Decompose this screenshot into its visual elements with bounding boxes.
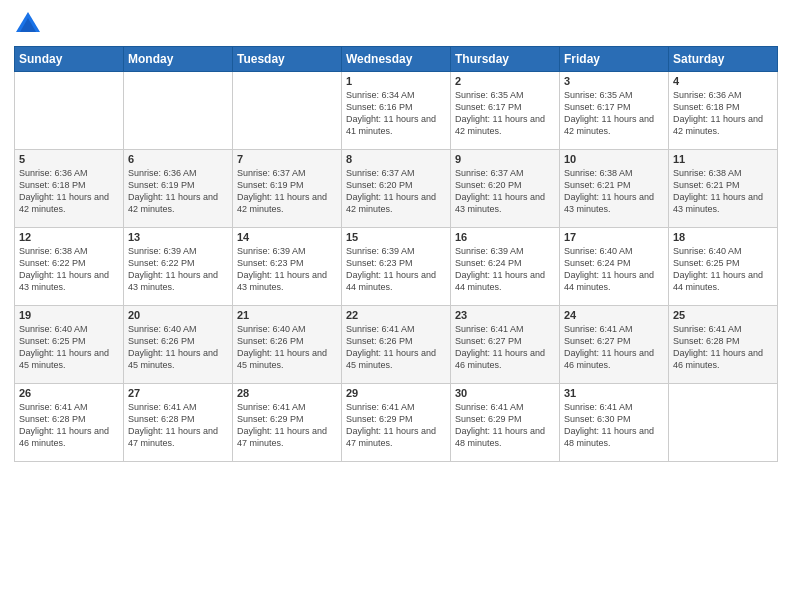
day-number: 2 (455, 75, 555, 87)
day-info: Sunrise: 6:40 AM Sunset: 6:26 PM Dayligh… (237, 323, 337, 372)
day-cell (233, 72, 342, 150)
weekday-sunday: Sunday (15, 47, 124, 72)
day-info: Sunrise: 6:40 AM Sunset: 6:25 PM Dayligh… (19, 323, 119, 372)
day-cell: 15Sunrise: 6:39 AM Sunset: 6:23 PM Dayli… (342, 228, 451, 306)
day-info: Sunrise: 6:37 AM Sunset: 6:20 PM Dayligh… (346, 167, 446, 216)
weekday-tuesday: Tuesday (233, 47, 342, 72)
day-info: Sunrise: 6:41 AM Sunset: 6:27 PM Dayligh… (564, 323, 664, 372)
day-number: 12 (19, 231, 119, 243)
day-cell: 4Sunrise: 6:36 AM Sunset: 6:18 PM Daylig… (669, 72, 778, 150)
day-cell: 29Sunrise: 6:41 AM Sunset: 6:29 PM Dayli… (342, 384, 451, 462)
day-number: 4 (673, 75, 773, 87)
day-info: Sunrise: 6:40 AM Sunset: 6:26 PM Dayligh… (128, 323, 228, 372)
day-cell: 31Sunrise: 6:41 AM Sunset: 6:30 PM Dayli… (560, 384, 669, 462)
day-number: 7 (237, 153, 337, 165)
day-cell: 21Sunrise: 6:40 AM Sunset: 6:26 PM Dayli… (233, 306, 342, 384)
day-info: Sunrise: 6:41 AM Sunset: 6:26 PM Dayligh… (346, 323, 446, 372)
week-row-4: 19Sunrise: 6:40 AM Sunset: 6:25 PM Dayli… (15, 306, 778, 384)
day-info: Sunrise: 6:40 AM Sunset: 6:25 PM Dayligh… (673, 245, 773, 294)
day-info: Sunrise: 6:40 AM Sunset: 6:24 PM Dayligh… (564, 245, 664, 294)
day-number: 5 (19, 153, 119, 165)
day-info: Sunrise: 6:41 AM Sunset: 6:29 PM Dayligh… (455, 401, 555, 450)
day-number: 29 (346, 387, 446, 399)
weekday-saturday: Saturday (669, 47, 778, 72)
day-info: Sunrise: 6:41 AM Sunset: 6:28 PM Dayligh… (19, 401, 119, 450)
day-info: Sunrise: 6:38 AM Sunset: 6:21 PM Dayligh… (564, 167, 664, 216)
weekday-monday: Monday (124, 47, 233, 72)
day-number: 22 (346, 309, 446, 321)
header (14, 10, 778, 38)
day-number: 25 (673, 309, 773, 321)
day-number: 21 (237, 309, 337, 321)
day-cell: 25Sunrise: 6:41 AM Sunset: 6:28 PM Dayli… (669, 306, 778, 384)
day-number: 23 (455, 309, 555, 321)
day-cell: 30Sunrise: 6:41 AM Sunset: 6:29 PM Dayli… (451, 384, 560, 462)
week-row-3: 12Sunrise: 6:38 AM Sunset: 6:22 PM Dayli… (15, 228, 778, 306)
day-number: 20 (128, 309, 228, 321)
weekday-wednesday: Wednesday (342, 47, 451, 72)
day-cell: 2Sunrise: 6:35 AM Sunset: 6:17 PM Daylig… (451, 72, 560, 150)
day-number: 17 (564, 231, 664, 243)
day-info: Sunrise: 6:36 AM Sunset: 6:18 PM Dayligh… (19, 167, 119, 216)
day-cell: 5Sunrise: 6:36 AM Sunset: 6:18 PM Daylig… (15, 150, 124, 228)
day-info: Sunrise: 6:36 AM Sunset: 6:19 PM Dayligh… (128, 167, 228, 216)
day-cell: 14Sunrise: 6:39 AM Sunset: 6:23 PM Dayli… (233, 228, 342, 306)
day-info: Sunrise: 6:39 AM Sunset: 6:23 PM Dayligh… (346, 245, 446, 294)
day-cell: 20Sunrise: 6:40 AM Sunset: 6:26 PM Dayli… (124, 306, 233, 384)
weekday-thursday: Thursday (451, 47, 560, 72)
day-number: 8 (346, 153, 446, 165)
day-cell: 12Sunrise: 6:38 AM Sunset: 6:22 PM Dayli… (15, 228, 124, 306)
day-info: Sunrise: 6:39 AM Sunset: 6:22 PM Dayligh… (128, 245, 228, 294)
day-cell: 10Sunrise: 6:38 AM Sunset: 6:21 PM Dayli… (560, 150, 669, 228)
day-cell (124, 72, 233, 150)
week-row-2: 5Sunrise: 6:36 AM Sunset: 6:18 PM Daylig… (15, 150, 778, 228)
day-info: Sunrise: 6:41 AM Sunset: 6:30 PM Dayligh… (564, 401, 664, 450)
week-row-5: 26Sunrise: 6:41 AM Sunset: 6:28 PM Dayli… (15, 384, 778, 462)
day-cell: 9Sunrise: 6:37 AM Sunset: 6:20 PM Daylig… (451, 150, 560, 228)
day-info: Sunrise: 6:34 AM Sunset: 6:16 PM Dayligh… (346, 89, 446, 138)
logo (14, 10, 46, 38)
day-info: Sunrise: 6:37 AM Sunset: 6:19 PM Dayligh… (237, 167, 337, 216)
day-info: Sunrise: 6:35 AM Sunset: 6:17 PM Dayligh… (564, 89, 664, 138)
weekday-friday: Friday (560, 47, 669, 72)
day-number: 30 (455, 387, 555, 399)
day-cell: 26Sunrise: 6:41 AM Sunset: 6:28 PM Dayli… (15, 384, 124, 462)
day-number: 14 (237, 231, 337, 243)
day-info: Sunrise: 6:41 AM Sunset: 6:28 PM Dayligh… (128, 401, 228, 450)
day-number: 11 (673, 153, 773, 165)
page: SundayMondayTuesdayWednesdayThursdayFrid… (0, 0, 792, 612)
day-number: 18 (673, 231, 773, 243)
day-info: Sunrise: 6:39 AM Sunset: 6:23 PM Dayligh… (237, 245, 337, 294)
day-number: 27 (128, 387, 228, 399)
day-number: 16 (455, 231, 555, 243)
day-cell: 8Sunrise: 6:37 AM Sunset: 6:20 PM Daylig… (342, 150, 451, 228)
day-number: 3 (564, 75, 664, 87)
day-cell: 11Sunrise: 6:38 AM Sunset: 6:21 PM Dayli… (669, 150, 778, 228)
day-cell: 23Sunrise: 6:41 AM Sunset: 6:27 PM Dayli… (451, 306, 560, 384)
day-info: Sunrise: 6:35 AM Sunset: 6:17 PM Dayligh… (455, 89, 555, 138)
day-cell: 18Sunrise: 6:40 AM Sunset: 6:25 PM Dayli… (669, 228, 778, 306)
day-cell: 16Sunrise: 6:39 AM Sunset: 6:24 PM Dayli… (451, 228, 560, 306)
day-number: 10 (564, 153, 664, 165)
day-info: Sunrise: 6:36 AM Sunset: 6:18 PM Dayligh… (673, 89, 773, 138)
day-cell (669, 384, 778, 462)
day-number: 19 (19, 309, 119, 321)
day-number: 13 (128, 231, 228, 243)
day-cell: 7Sunrise: 6:37 AM Sunset: 6:19 PM Daylig… (233, 150, 342, 228)
day-cell: 1Sunrise: 6:34 AM Sunset: 6:16 PM Daylig… (342, 72, 451, 150)
day-number: 28 (237, 387, 337, 399)
weekday-header-row: SundayMondayTuesdayWednesdayThursdayFrid… (15, 47, 778, 72)
day-info: Sunrise: 6:41 AM Sunset: 6:29 PM Dayligh… (237, 401, 337, 450)
week-row-1: 1Sunrise: 6:34 AM Sunset: 6:16 PM Daylig… (15, 72, 778, 150)
day-cell: 13Sunrise: 6:39 AM Sunset: 6:22 PM Dayli… (124, 228, 233, 306)
day-info: Sunrise: 6:38 AM Sunset: 6:21 PM Dayligh… (673, 167, 773, 216)
day-cell: 22Sunrise: 6:41 AM Sunset: 6:26 PM Dayli… (342, 306, 451, 384)
day-info: Sunrise: 6:38 AM Sunset: 6:22 PM Dayligh… (19, 245, 119, 294)
day-cell: 6Sunrise: 6:36 AM Sunset: 6:19 PM Daylig… (124, 150, 233, 228)
day-number: 6 (128, 153, 228, 165)
logo-icon (14, 10, 42, 38)
day-info: Sunrise: 6:39 AM Sunset: 6:24 PM Dayligh… (455, 245, 555, 294)
calendar-table: SundayMondayTuesdayWednesdayThursdayFrid… (14, 46, 778, 462)
day-cell: 19Sunrise: 6:40 AM Sunset: 6:25 PM Dayli… (15, 306, 124, 384)
day-info: Sunrise: 6:41 AM Sunset: 6:27 PM Dayligh… (455, 323, 555, 372)
